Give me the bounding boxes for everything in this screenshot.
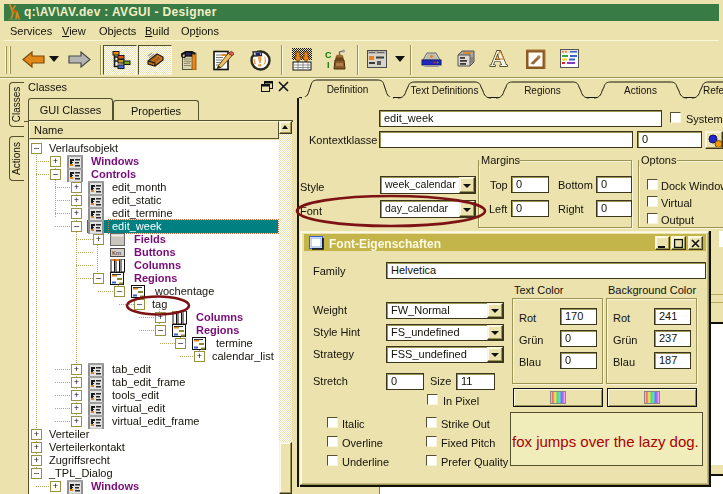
svg-text:C: C xyxy=(325,50,332,60)
svg-text:Km: Km xyxy=(112,250,121,256)
svg-text:I: I xyxy=(327,60,330,70)
svg-text:A: A xyxy=(490,45,508,71)
